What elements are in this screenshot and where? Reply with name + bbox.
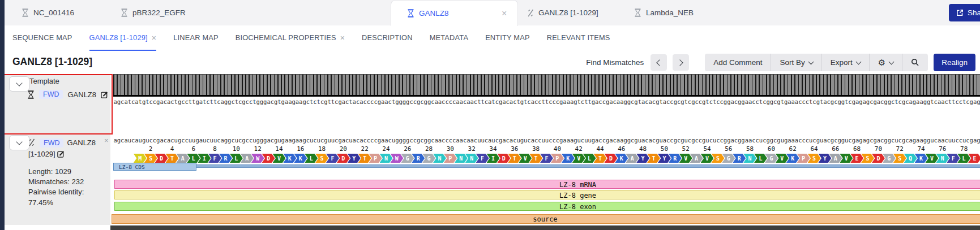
chevron-left-icon — [657, 59, 663, 66]
ruler-tick: 56 — [720, 145, 737, 153]
ruler-tick: 16 — [292, 145, 309, 153]
view-tab-linear-map[interactable]: LINEAR MAP — [173, 25, 219, 51]
dna-hourglass-icon — [634, 8, 641, 17]
ruler-tick: 60 — [763, 145, 780, 153]
close-tab-icon[interactable]: × — [502, 9, 507, 18]
feature-label: source — [533, 215, 557, 223]
ruler-tick: 20 — [335, 145, 352, 153]
ruler-tick: 6 — [185, 145, 202, 153]
view-tab-ganlz8-1-1029-[interactable]: GANLZ8 [1-1029]× — [89, 25, 157, 51]
ruler-tick: 78 — [956, 145, 973, 153]
feature-lz-8-mrna[interactable]: LZ-8 mRNA — [114, 180, 980, 189]
tab-label: Lambda_NEB — [646, 8, 694, 17]
realign-button[interactable]: Realign — [934, 54, 975, 71]
amino-acid-track[interactable]: MSDTALIFRLAWDVKKLSFDYTPNWGRGNPNNFIDTVTFP… — [113, 154, 980, 163]
view-tab-entity-map[interactable]: ENTITY MAP — [485, 25, 530, 51]
tab-ganlz8[interactable]: GANLZ8× — [391, 0, 518, 26]
view-tab-label: DESCRIPTION — [362, 33, 413, 42]
ruler-tick: 64 — [806, 145, 823, 153]
ruler-tick: 44 — [592, 145, 609, 153]
collapse-template-row-button[interactable] — [9, 76, 29, 92]
ruler-tick: 46 — [613, 145, 630, 153]
template-direction-badge[interactable]: FWD — [39, 90, 63, 99]
view-tab-label: ENTITY MAP — [485, 33, 530, 42]
alignment-header: GANLZ8 [1-1029] Find Mismatches Add Comm… — [5, 51, 980, 74]
view-tab-label: BIOCHEMICAL PROPERTIES — [236, 33, 336, 42]
toolbar: Find Mismatches Add Comment Sort By Expo… — [586, 54, 975, 71]
length-stat: Length: 1029 — [28, 167, 84, 177]
coverage-hatch-bar[interactable] — [113, 74, 980, 96]
settings-button[interactable]: ⚙ — [869, 54, 902, 71]
ruler-tick: 24 — [378, 145, 395, 153]
view-tab-relevant-items[interactable]: RELEVANT ITEMS — [547, 25, 610, 51]
feature-label: LZ-8 gene — [559, 192, 596, 199]
view-tab-biochemical-properties[interactable]: BIOCHEMICAL PROPERTIES× — [236, 25, 345, 51]
feature-label: LZ-8 exon — [559, 203, 596, 211]
protein-ruler: 2468101214161820222426283032343638404244… — [113, 145, 980, 153]
tab-pbr322-egfr[interactable]: pBR322_EGFR — [121, 0, 186, 25]
amino-acid-M: M — [134, 154, 147, 163]
document-tab-bar: NC_001416pBR322_EGFRGANLZ8×GANLZ8 [1-102… — [5, 0, 980, 26]
next-mismatch-button[interactable] — [673, 54, 689, 71]
remove-alignment-icon[interactable]: × — [104, 136, 109, 145]
template-name: GANLZ8 — [67, 90, 96, 99]
sequence-track-area: agcatcatgtccgacactgccttgatcttcaggctcgcct… — [113, 74, 980, 230]
ruler-tick: 42 — [570, 145, 587, 153]
horizontal-scrollbar[interactable] — [110, 225, 980, 230]
previous-mismatch-button[interactable] — [651, 54, 667, 71]
ruler-tick: 40 — [549, 145, 566, 153]
toolbar-button-group: Add Comment Sort By Export ⚙ — [705, 54, 928, 71]
cds-annotation-label[interactable]: LZ-8 CDS — [113, 163, 196, 171]
ruler-tick: 28 — [421, 145, 438, 153]
ruler-tick: 36 — [506, 145, 523, 153]
ruler-tick: 18 — [314, 145, 331, 153]
tab-lambda-neb[interactable]: Lambda_NEB — [634, 0, 694, 25]
window-left-edge — [0, 0, 5, 230]
add-comment-button[interactable]: Add Comment — [705, 54, 771, 71]
feature-lz-8-gene[interactable]: LZ-8 gene — [114, 190, 980, 199]
chevron-down-icon — [855, 59, 861, 64]
view-tab-label: LINEAR MAP — [173, 33, 219, 42]
close-view-tab-icon[interactable]: × — [340, 34, 345, 42]
cds-annotation-bar[interactable] — [113, 164, 980, 168]
export-button[interactable]: Export — [821, 54, 869, 71]
view-tab-sequence-map[interactable]: SEQUENCE MAP — [12, 25, 72, 51]
tab-label: NC_001416 — [33, 8, 74, 17]
tab-label: pBR322_EGFR — [132, 8, 186, 17]
ruler-tick: 30 — [442, 145, 459, 153]
nucleotide: g — [977, 137, 980, 144]
share-button[interactable]: Share — [949, 4, 980, 21]
sort-by-label: Sort By — [780, 58, 804, 67]
ruler-tick: 70 — [870, 145, 887, 153]
ruler-tick: 26 — [399, 145, 416, 153]
search-button[interactable] — [902, 54, 928, 71]
ruler-tick: 38 — [528, 145, 545, 153]
feature-source[interactable]: source — [112, 214, 980, 224]
ruler-tick: 12 — [249, 145, 266, 153]
query-direction-badge[interactable]: FWD — [40, 138, 63, 147]
search-icon — [911, 58, 919, 67]
dna-hourglass-icon — [407, 9, 414, 18]
ruler-tick: 22 — [356, 145, 373, 153]
dna-hourglass-icon — [121, 8, 128, 17]
view-tab-label: SEQUENCE MAP — [12, 33, 72, 42]
close-view-tab-icon[interactable]: × — [152, 34, 156, 42]
view-tab-label: GANLZ8 [1-1029] — [89, 33, 148, 42]
tab-nc-001416[interactable]: NC_001416 — [22, 0, 74, 25]
share-label: Share — [968, 8, 980, 17]
edit-icon[interactable] — [57, 150, 65, 158]
tab-ganlz8-1-1029-[interactable]: GANLZ8 [1-1029] — [527, 0, 598, 25]
alignment-icon — [527, 9, 534, 17]
collapse-query-row-button[interactable] — [9, 135, 29, 150]
view-tab-metadata[interactable]: METADATA — [430, 25, 468, 51]
sort-by-button[interactable]: Sort By — [771, 54, 821, 71]
feature-lz-8-exon[interactable]: LZ-8 exon — [114, 202, 980, 211]
view-tab-label: RELEVANT ITEMS — [547, 33, 610, 42]
template-dna-sequence[interactable]: agcatcatgtccgacactgccttgatcttcaggctcgcct… — [113, 98, 980, 106]
pairwise-identity-label: Pairwise Identity: — [28, 187, 84, 197]
edit-icon[interactable] — [101, 91, 108, 98]
ruler-tick: 14 — [271, 145, 288, 153]
tab-label: GANLZ8 — [419, 9, 449, 18]
query-rna-sequence[interactable]: agcaucauguccgacacugccuugaucuucaggcucgccu… — [113, 137, 980, 145]
view-tab-description[interactable]: DESCRIPTION — [362, 25, 413, 51]
